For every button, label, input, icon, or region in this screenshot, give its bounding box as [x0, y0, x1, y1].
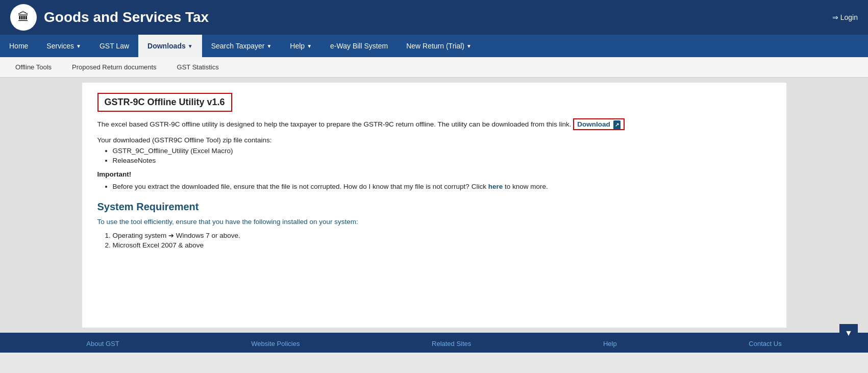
nav-home[interactable]: Home: [0, 35, 37, 57]
header-left: 🏛 Goods and Services Tax: [10, 4, 209, 31]
footer-related-sites[interactable]: Related Sites: [432, 340, 471, 347]
zip-item-1: GSTR_9C_Offline_Utility (Excel Macro): [113, 147, 771, 155]
arrow-icon: ➔: [168, 232, 174, 239]
nav-gst-law[interactable]: GST Law: [90, 35, 138, 57]
nav-downloads[interactable]: Downloads ▼: [138, 35, 202, 57]
important-list: Before you extract the downloaded file, …: [113, 181, 771, 193]
site-header: 🏛 Goods and Services Tax ⇒ Login: [0, 0, 868, 35]
content-box: GSTR-9C Offline Utility v1.6 The excel b…: [82, 83, 786, 328]
nav-new-return[interactable]: New Return (Trial) ▼: [397, 35, 481, 57]
footer-links: About GST Website Policies Related Sites…: [0, 340, 868, 347]
scroll-down-button[interactable]: ▼: [839, 324, 858, 342]
zip-item-2: ReleaseNotes: [113, 157, 771, 164]
system-requirement-desc: To use the tool efficiently, ensure that…: [97, 218, 771, 226]
login-icon: ⇒: [832, 13, 838, 21]
important-item-1: Before you extract the downloaded file, …: [113, 181, 771, 193]
main-wrapper: GSTR-9C Offline Utility v1.6 The excel b…: [0, 78, 868, 333]
sys-req-item-2: Microsoft Excel 2007 & above: [113, 241, 771, 249]
footer-website-policies[interactable]: Website Policies: [251, 340, 300, 347]
download-link[interactable]: Download ↗: [577, 120, 620, 128]
page-title: GSTR-9C Offline Utility v1.6: [105, 97, 225, 108]
site-title: Goods and Services Tax: [44, 9, 209, 26]
here-link[interactable]: here: [488, 183, 503, 190]
sub-navbar: Offline Tools Proposed Return documents …: [0, 57, 868, 78]
footer-contact-us[interactable]: Contact Us: [749, 340, 781, 347]
description-text: The excel based GSTR-9C offline utility …: [97, 119, 771, 130]
system-requirement-title: System Requirement: [97, 201, 771, 213]
nav-search-taxpayer[interactable]: Search Taxpayer ▼: [202, 35, 281, 57]
download-link-wrap: Download ↗: [573, 118, 624, 130]
login-button[interactable]: ⇒ Login: [832, 13, 858, 21]
main-navbar: Home Services ▼ GST Law Downloads ▼ Sear…: [0, 35, 868, 57]
subnav-offline-tools[interactable]: Offline Tools: [5, 57, 62, 77]
subnav-gst-statistics[interactable]: GST Statistics: [167, 57, 229, 77]
help-arrow-icon: ▼: [307, 43, 312, 49]
new-return-arrow-icon: ▼: [466, 43, 472, 49]
site-footer: About GST Website Policies Related Sites…: [0, 333, 868, 353]
page-title-box: GSTR-9C Offline Utility v1.6: [97, 93, 232, 112]
zip-items-list: GSTR_9C_Offline_Utility (Excel Macro) Re…: [113, 147, 771, 164]
subnav-proposed-return[interactable]: Proposed Return documents: [62, 57, 166, 77]
external-link-icon: ↗: [613, 120, 621, 130]
footer-about-gst[interactable]: About GST: [86, 340, 119, 347]
search-taxpayer-arrow-icon: ▼: [266, 43, 271, 49]
services-arrow-icon: ▼: [76, 43, 81, 49]
nav-eway-bill[interactable]: e-Way Bill System: [321, 35, 397, 57]
sys-req-list: Operating system ➔ Windows 7 or above. M…: [113, 232, 771, 249]
sys-req-item-1: Operating system ➔ Windows 7 or above.: [113, 232, 771, 239]
nav-services[interactable]: Services ▼: [37, 35, 90, 57]
downloads-arrow-icon: ▼: [188, 43, 193, 49]
zip-contains-text: Your downloaded (GSTR9C Offline Tool) zi…: [97, 136, 771, 144]
logo: 🏛: [10, 4, 37, 31]
chevron-down-icon: ▼: [845, 329, 853, 338]
nav-help[interactable]: Help ▼: [281, 35, 321, 57]
footer-help[interactable]: Help: [603, 340, 617, 347]
logo-icon: 🏛: [18, 11, 29, 24]
important-label: Important!: [97, 170, 771, 178]
